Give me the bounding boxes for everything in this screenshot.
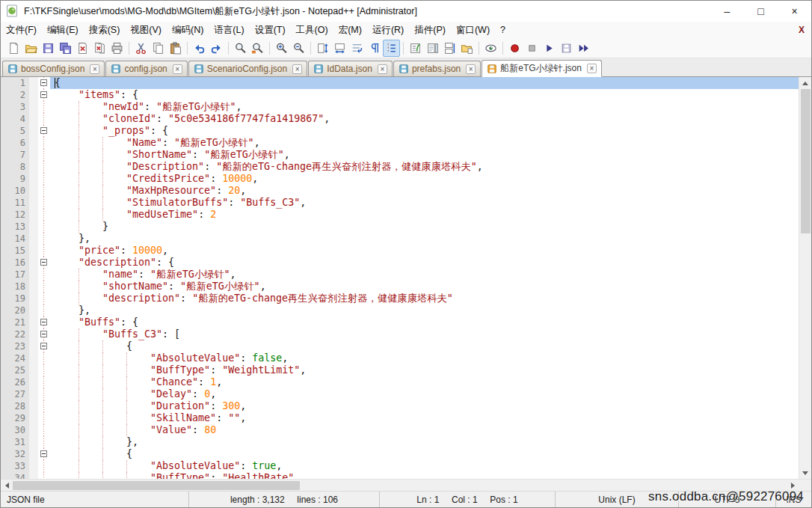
code-text[interactable]: "price": 10000,: [50, 245, 799, 257]
line-number[interactable]: 34: [1, 472, 29, 479]
tab-config.json[interactable]: config.json×: [105, 61, 187, 76]
code-text[interactable]: "Value": 80: [50, 424, 799, 436]
monitoring-icon[interactable]: [482, 40, 499, 57]
code-text[interactable]: "items": {: [50, 89, 799, 101]
show-all-characters-icon[interactable]: [366, 40, 383, 57]
code-line[interactable]: 10"MaxHpResource": 20,: [1, 185, 799, 197]
code-text[interactable]: }: [50, 221, 799, 233]
code-text[interactable]: {: [50, 340, 799, 352]
code-line[interactable]: 18"shortName": "船新eTG小绿针",: [1, 281, 799, 293]
code-line[interactable]: 32{: [1, 448, 799, 460]
code-line[interactable]: 4"cloneId": "5c0e534186f7747fa1419867",: [1, 113, 799, 125]
menu-item[interactable]: 搜索(S): [84, 22, 126, 38]
tab-bossConfig.json[interactable]: bossConfig.json×: [2, 61, 105, 76]
undo-icon[interactable]: [191, 40, 208, 57]
code-text[interactable]: "MaxHpResource": 20,: [50, 185, 799, 197]
function-list-icon[interactable]: [407, 40, 424, 57]
new-file-icon[interactable]: [5, 40, 22, 57]
copy-icon[interactable]: [150, 40, 167, 57]
bookmark-margin[interactable]: [29, 137, 38, 149]
record-macro-icon[interactable]: [506, 40, 523, 57]
horizontal-scroll-thumb[interactable]: [13, 481, 300, 490]
bookmark-margin[interactable]: [29, 161, 38, 173]
maximize-button[interactable]: □: [744, 1, 778, 22]
document-map-icon[interactable]: [424, 40, 441, 57]
tab-prefabs.json[interactable]: prefabs.json×: [393, 61, 481, 76]
bookmark-margin[interactable]: [29, 376, 38, 388]
word-wrap-icon[interactable]: [348, 40, 366, 57]
line-number[interactable]: 20: [1, 305, 29, 316]
code-line[interactable]: 19"description": "船新的eTG-change再生兴奋剂注射器，…: [1, 293, 799, 305]
line-number[interactable]: 23: [1, 340, 29, 352]
code-line[interactable]: 1{: [1, 77, 799, 89]
line-number[interactable]: 29: [1, 412, 29, 424]
line-number[interactable]: 16: [1, 257, 29, 269]
tab-close-icon[interactable]: ×: [173, 64, 182, 74]
code-text[interactable]: "Delay": 0,: [50, 388, 799, 400]
minimize-button[interactable]: –: [710, 1, 744, 22]
bookmark-margin[interactable]: [29, 221, 38, 233]
code-line[interactable]: 31},: [1, 436, 799, 448]
line-number[interactable]: 22: [1, 328, 29, 340]
tab-close-icon[interactable]: ×: [466, 64, 476, 74]
code-text[interactable]: "description": {: [50, 257, 799, 269]
menu-item[interactable]: 工具(O): [291, 22, 333, 38]
line-number[interactable]: 24: [1, 352, 29, 364]
bookmark-margin[interactable]: [29, 412, 38, 424]
fold-collapse-icon[interactable]: [40, 343, 47, 349]
tab-close-icon[interactable]: ×: [90, 64, 99, 74]
code-line[interactable]: 12"medUseTime": 2: [1, 209, 799, 221]
paste-icon[interactable]: [167, 40, 184, 57]
print-icon[interactable]: [108, 40, 126, 57]
run-macro-multiple-icon[interactable]: [575, 40, 592, 57]
save-macro-icon[interactable]: [558, 40, 575, 57]
bookmark-margin[interactable]: [29, 316, 38, 328]
code-line[interactable]: 25"BuffType": "WeightLimit",: [1, 364, 799, 376]
bookmark-margin[interactable]: [29, 400, 38, 412]
cut-icon[interactable]: [132, 40, 150, 57]
code-line[interactable]: 27"Delay": 0,: [1, 388, 799, 400]
line-number[interactable]: 8: [1, 161, 29, 173]
code-text[interactable]: {: [50, 77, 799, 89]
code-line[interactable]: 7"ShortName": "船新eTG小绿针",: [1, 149, 799, 161]
code-line[interactable]: 5"_props": {: [1, 125, 799, 137]
replace-icon[interactable]: [249, 40, 266, 57]
code-line[interactable]: 15"price": 10000,: [1, 245, 799, 257]
show-indent-guide-icon[interactable]: [383, 40, 400, 57]
line-number[interactable]: 12: [1, 209, 29, 221]
vertical-scrollbar[interactable]: [799, 77, 811, 479]
tab-close-icon[interactable]: ×: [292, 64, 302, 74]
line-number[interactable]: 19: [1, 293, 29, 305]
code-text[interactable]: },: [50, 305, 799, 316]
bookmark-margin[interactable]: [29, 436, 38, 448]
menu-item[interactable]: 设置(T): [250, 22, 291, 38]
code-text[interactable]: "Description": "船新的eTG-change再生兴奋剂注射器，健健…: [50, 161, 799, 173]
scroll-up-icon[interactable]: [799, 77, 812, 89]
code-line[interactable]: 23{: [1, 340, 799, 352]
bookmark-margin[interactable]: [29, 101, 38, 113]
code-text[interactable]: "AbsoluteValue": true,: [50, 460, 799, 472]
bookmark-margin[interactable]: [29, 364, 38, 376]
line-number[interactable]: 33: [1, 460, 29, 472]
code-text[interactable]: "Name": "船新eTG小绿针",: [50, 137, 799, 149]
code-line[interactable]: 29"SkillName": "",: [1, 412, 799, 424]
close-file-icon[interactable]: [74, 40, 91, 57]
bookmark-margin[interactable]: [29, 424, 38, 436]
code-line[interactable]: 21"Buffs": {: [1, 316, 799, 328]
code-line[interactable]: 24"AbsoluteValue": false,: [1, 352, 799, 364]
bookmark-margin[interactable]: [29, 340, 38, 352]
bookmark-margin[interactable]: [29, 460, 38, 472]
fold-collapse-icon[interactable]: [40, 79, 47, 86]
bookmark-margin[interactable]: [29, 305, 38, 316]
line-number[interactable]: 2: [1, 89, 29, 101]
close-button[interactable]: ×: [778, 1, 811, 22]
playback-macro-icon[interactable]: [541, 40, 558, 57]
code-text[interactable]: "CreditsPrice": 10000,: [50, 173, 799, 185]
line-number[interactable]: 9: [1, 173, 29, 185]
code-line[interactable]: 30"Value": 80: [1, 424, 799, 436]
menu-item[interactable]: 宏(M): [333, 22, 367, 38]
menu-item[interactable]: 插件(P): [409, 22, 451, 38]
code-text[interactable]: "medUseTime": 2: [50, 209, 799, 221]
stop-macro-icon[interactable]: [523, 40, 541, 57]
editor-lines[interactable]: 1{2"items": {3"newId": "船新eTG小绿针",4"clon…: [1, 77, 799, 479]
